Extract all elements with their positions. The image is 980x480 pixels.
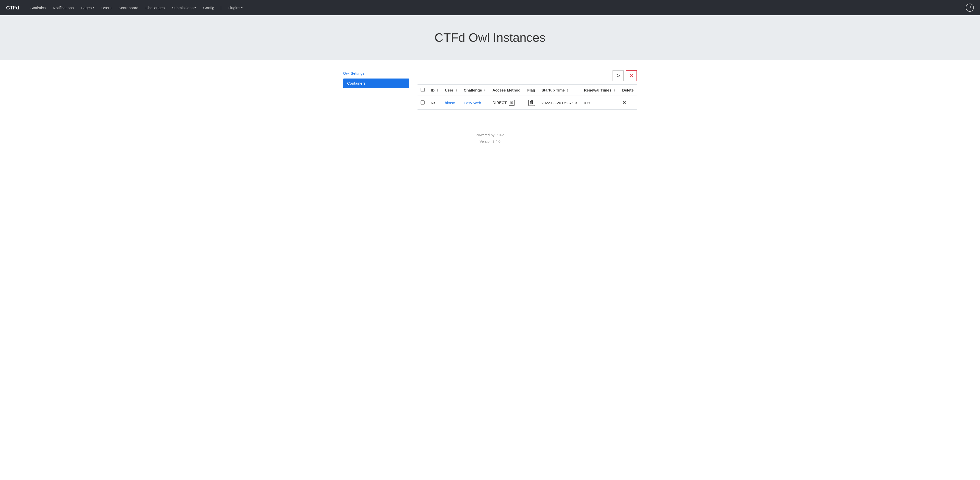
- nav-link-challenges[interactable]: Challenges: [142, 3, 168, 12]
- select-all-header: [417, 85, 428, 96]
- row-renewal-times: 0 ↻: [581, 96, 619, 109]
- challenge-sort-icon[interactable]: ⇕: [484, 89, 486, 92]
- row-id: 63: [428, 96, 442, 109]
- col-renewal-times: Renewal Times ⇕: [581, 85, 619, 96]
- nav-link-config[interactable]: Config: [200, 3, 217, 12]
- nav-brand[interactable]: CTFd: [6, 5, 19, 11]
- row-user: bitnsc: [442, 96, 461, 109]
- nav-separator: |: [221, 5, 222, 11]
- nav-link-pages[interactable]: Pages: [78, 3, 97, 12]
- col-startup-time: Startup Time ⇕: [538, 85, 581, 96]
- table-row: 63 bitnsc Easy Web DIRECT 🗐 🗐 2022-03-26…: [417, 96, 637, 109]
- version: Version 3.4.0: [6, 138, 974, 145]
- id-sort-icon[interactable]: ⇕: [436, 89, 438, 92]
- col-access-method: Access Method: [490, 85, 524, 96]
- hero-section: CTFd Owl Instances: [0, 15, 980, 60]
- table-area: ↻ ✕ ID ⇕ User ⇕ Challenge ⇕ Access Meth: [417, 70, 637, 109]
- col-delete: Delete: [619, 85, 637, 96]
- layout: Owl Settings Containers ↻ ✕ ID ⇕: [343, 70, 637, 109]
- row-flag: 🗐: [524, 96, 538, 109]
- row-checkbox-0[interactable]: [421, 100, 425, 105]
- help-icon[interactable]: ?: [966, 3, 974, 12]
- refresh-icon: ↻: [616, 73, 620, 79]
- owl-settings-link[interactable]: Owl Settings: [343, 70, 409, 76]
- navbar: CTFd Statistics Notifications Pages User…: [0, 0, 980, 15]
- nav-link-plugins[interactable]: Plugins: [224, 3, 246, 12]
- table-toolbar: ↻ ✕: [417, 70, 637, 81]
- row-startup-time: 2022-03-26 05:37:13: [538, 96, 581, 109]
- select-all-checkbox[interactable]: [421, 88, 425, 92]
- page-title: CTFd Owl Instances: [6, 30, 974, 44]
- copy-access-method-button[interactable]: 🗐: [509, 100, 515, 106]
- col-challenge: Challenge ⇕: [461, 85, 490, 96]
- nav-link-statistics[interactable]: Statistics: [27, 3, 49, 12]
- nav-link-notifications[interactable]: Notifications: [50, 3, 77, 12]
- col-id: ID ⇕: [428, 85, 442, 96]
- user-sort-icon[interactable]: ⇕: [455, 89, 457, 92]
- powered-by: Powered by CTFd: [6, 132, 974, 138]
- footer: Powered by CTFd Version 3.4.0: [0, 120, 980, 151]
- challenge-link[interactable]: Easy Web: [464, 101, 481, 105]
- containers-active-item[interactable]: Containers: [343, 79, 409, 88]
- col-user: User ⇕: [442, 85, 461, 96]
- nav-links: Statistics Notifications Pages Users Sco…: [27, 3, 966, 12]
- delete-all-button[interactable]: ✕: [626, 70, 637, 81]
- refresh-all-button[interactable]: ↻: [612, 70, 624, 81]
- startup-sort-icon[interactable]: ⇕: [566, 89, 569, 92]
- col-flag: Flag: [524, 85, 538, 96]
- copy-flag-button[interactable]: 🗐: [528, 100, 535, 106]
- table-header-row: ID ⇕ User ⇕ Challenge ⇕ Access Method Fl…: [417, 85, 637, 96]
- table-body: 63 bitnsc Easy Web DIRECT 🗐 🗐 2022-03-26…: [417, 96, 637, 109]
- nav-link-users[interactable]: Users: [98, 3, 115, 12]
- row-checkbox-cell: [417, 96, 428, 109]
- nav-link-submissions[interactable]: Submissions: [169, 3, 199, 12]
- row-delete-button[interactable]: ✕: [622, 100, 626, 106]
- main-content: Owl Settings Containers ↻ ✕ ID ⇕: [337, 70, 643, 109]
- delete-icon: ✕: [630, 73, 633, 79]
- row-access-method: DIRECT 🗐: [490, 96, 524, 109]
- renewal-refresh-button[interactable]: ↻: [587, 101, 590, 105]
- instances-table: ID ⇕ User ⇕ Challenge ⇕ Access Method Fl…: [417, 84, 637, 109]
- user-link[interactable]: bitnsc: [445, 101, 455, 105]
- renewal-sort-icon[interactable]: ⇕: [613, 89, 615, 92]
- row-challenge: Easy Web: [461, 96, 490, 109]
- nav-link-scoreboard[interactable]: Scoreboard: [116, 3, 142, 12]
- row-delete: ✕: [619, 96, 637, 109]
- sidebar: Owl Settings Containers: [343, 70, 409, 88]
